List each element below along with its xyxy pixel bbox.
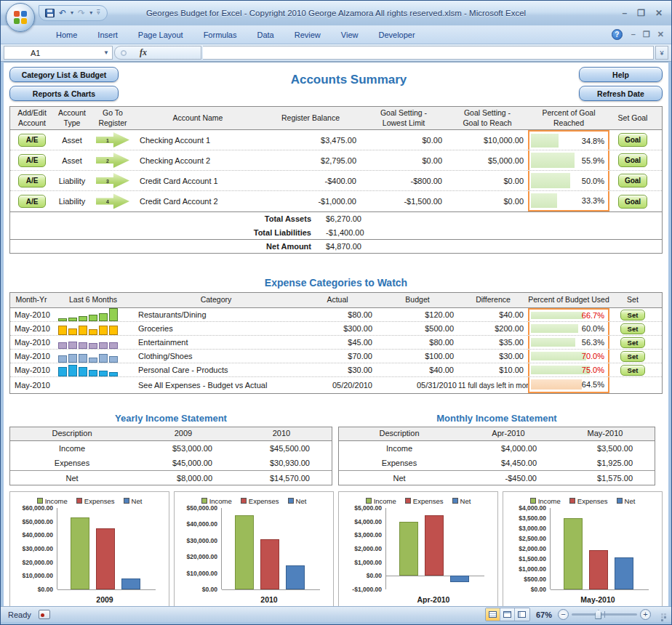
legend-item: Net (452, 497, 471, 505)
reports-charts-button[interactable]: Reports & Charts (9, 86, 119, 101)
normal-view-button[interactable] (486, 608, 500, 621)
close-button[interactable]: ✕ (655, 8, 663, 18)
office-button[interactable] (6, 3, 35, 32)
title-bar: ↶▾ ↷▾ ▿̅ Georges Budget for Excel - Copy… (1, 1, 671, 25)
page-layout-view-button[interactable] (500, 608, 515, 621)
budget-percent-value: 75.0% (582, 366, 604, 374)
ribbon-tab-formulas[interactable]: Formulas (195, 28, 246, 42)
name-box-dropdown-icon[interactable]: ▼ (103, 49, 109, 56)
status-bar: Ready 67% − + (1, 606, 671, 622)
redo-dropdown-icon[interactable]: ▾ (89, 10, 92, 16)
add-edit-account-button[interactable]: A/E (18, 174, 46, 188)
formula-input[interactable] (203, 46, 654, 60)
workbook-minimize-button[interactable]: – (631, 30, 636, 39)
set-budget-button[interactable]: Set (620, 365, 645, 376)
set-budget-button[interactable]: Set (620, 310, 645, 320)
minimize-button[interactable]: – (622, 8, 627, 18)
ribbon-tab-page-layout[interactable]: Page Layout (129, 28, 192, 42)
expense-header-cell: Difference (458, 295, 528, 305)
x-axis-line (551, 589, 649, 590)
goal-percent-value: 55.9% (582, 156, 604, 165)
ribbon-tab-developer[interactable]: Developer (369, 28, 423, 42)
sparkline-bar (58, 318, 67, 321)
ribbon-tab-insert[interactable]: Insert (89, 28, 127, 42)
set-goal-button[interactable]: Goal (618, 133, 647, 147)
income-statements: Yearly Income Statement Description20092… (9, 413, 663, 485)
redo-icon[interactable]: ↷ (78, 9, 85, 17)
legend-item: Net (617, 497, 636, 505)
help-icon[interactable]: ? (612, 29, 623, 40)
insert-function-button[interactable]: fx (140, 47, 147, 58)
expense-month: May-2010 (10, 308, 52, 321)
chart-y-axis: $60,000.00$50,000.00$40,000.00$30,000.00… (13, 508, 57, 589)
sparkline-bar (89, 315, 97, 321)
income-statement-chart[interactable]: IncomeExpensesNet $50,000.00$40,000.00$3… (174, 491, 334, 606)
set-budget-button[interactable]: Set (620, 351, 645, 362)
zoom-in-button[interactable]: + (640, 609, 651, 620)
chart-plot-area (385, 508, 484, 589)
category-list-budget-button[interactable]: Category List & Budget (9, 67, 119, 82)
y-axis-tick-label: $500.00 (524, 576, 546, 583)
account-name: Credit Card Account 2 (135, 191, 260, 211)
formula-bar-expand-icon[interactable]: ¥ (655, 46, 668, 60)
zoom-slider-track[interactable] (572, 613, 637, 616)
ribbon-tab-review[interactable]: Review (286, 28, 329, 42)
budget-percent-value: 60.0% (582, 324, 604, 333)
set-budget-button[interactable]: Set (620, 323, 645, 334)
income-statement-chart[interactable]: IncomeExpensesNet $5,000.00$4,000.00$3,0… (338, 491, 498, 606)
resize-grip-icon[interactable] (658, 610, 667, 619)
go-to-register-arrow[interactable]: 4 (96, 193, 129, 209)
expense-budget: $500.00 (377, 322, 458, 335)
sparkline-chart (52, 336, 118, 349)
set-goal-button[interactable]: Goal (618, 153, 647, 167)
accounts-header-cell: Add/Edit Account (10, 108, 54, 127)
y-axis-tick-label: $40,000.00 (22, 531, 53, 539)
sparkline-bar (99, 371, 108, 376)
totals-row: Net Amount $4,870.00 (10, 239, 662, 253)
restore-button[interactable]: ❐ (637, 8, 645, 18)
expense-difference: $10.00 (458, 363, 528, 376)
expense-budget: $100.00 (377, 350, 458, 363)
total-label: Total Liabilities (10, 228, 311, 237)
register-balance: $2,795.00 (260, 150, 361, 170)
name-box[interactable]: A1 ▼ (4, 46, 113, 60)
sparkline-bar (68, 328, 77, 335)
help-button[interactable]: Help (579, 67, 663, 82)
undo-dropdown-icon[interactable]: ▾ (71, 10, 73, 16)
zoom-slider-handle[interactable] (595, 610, 601, 619)
percent-goal-cell: 50.0% (528, 171, 609, 190)
workbook-close-button[interactable]: ✕ (657, 30, 664, 39)
ribbon-tab-home[interactable]: Home (47, 28, 86, 42)
add-edit-account-button[interactable]: A/E (18, 195, 46, 208)
add-edit-account-button[interactable]: A/E (18, 154, 46, 167)
add-edit-account-button[interactable]: A/E (18, 134, 46, 147)
refresh-date-button[interactable]: Refresh Date (579, 86, 663, 101)
set-budget-button[interactable]: Set (620, 337, 645, 348)
save-icon[interactable] (45, 9, 55, 17)
ribbon-tab-view[interactable]: View (332, 28, 367, 42)
go-to-register-arrow[interactable]: 3 (96, 173, 129, 189)
goal-percent-value: 33.3% (582, 196, 604, 205)
income-statement-chart[interactable]: IncomeExpensesNet $4,000.00$3,500.00$3,0… (503, 491, 663, 606)
go-to-register-arrow[interactable]: 1 (96, 132, 129, 148)
qat-customize-icon[interactable]: ▿̅ (97, 10, 100, 16)
ribbon-tab-data[interactable]: Data (248, 28, 282, 42)
legend-swatch-icon (241, 498, 247, 504)
y-axis-tick-label: $2,500.00 (519, 535, 546, 542)
macro-record-icon[interactable] (39, 610, 50, 619)
zoom-out-button[interactable]: − (558, 609, 569, 620)
workbook-restore-button[interactable]: ❐ (643, 30, 650, 39)
y-axis-tick-label: $0.00 (202, 586, 217, 593)
see-all-expenses-link[interactable]: See All Expenses - Budget vs Actual (134, 377, 298, 393)
percent-budget-cell: 75.0% (528, 363, 609, 376)
go-to-register-arrow[interactable]: 2 (96, 153, 129, 169)
undo-icon[interactable]: ↶ (59, 9, 66, 17)
set-goal-button[interactable]: Goal (618, 174, 647, 188)
zoom-level[interactable]: 67% (536, 610, 552, 619)
set-goal-button[interactable]: Goal (618, 195, 647, 209)
yearly-income-table: Description20092010Income$53,000.00$45,5… (9, 427, 332, 485)
y-axis-tick-label: $0.00 (367, 572, 382, 579)
page-break-view-button[interactable] (515, 608, 529, 621)
income-statement-chart[interactable]: IncomeExpensesNet $60,000.00$50,000.00$4… (9, 491, 169, 606)
income-row: Net-$450.00$1,575.00 (339, 470, 655, 485)
